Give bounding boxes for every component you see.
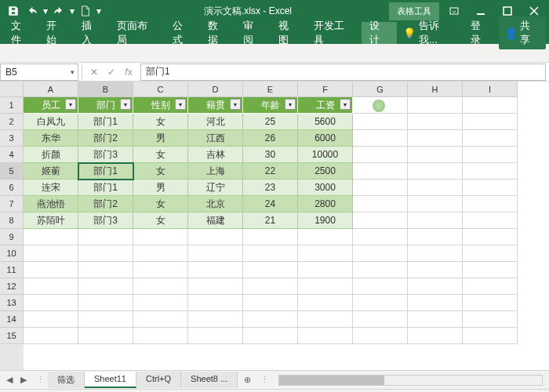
add-sheet-button[interactable]: ⊕	[238, 375, 257, 385]
cell-D7[interactable]: 北京	[188, 196, 243, 212]
cell-A5[interactable]: 姬蘅	[24, 163, 78, 180]
undo-button[interactable]	[24, 2, 41, 20]
cell-H6[interactable]	[408, 180, 463, 196]
row-header-7[interactable]: 7	[0, 196, 24, 212]
row-header-14[interactable]: 14	[0, 311, 24, 328]
cell-B6[interactable]: 部门1	[78, 180, 133, 196]
cell-C6[interactable]: 男	[133, 180, 188, 196]
cell-F4[interactable]: 10000	[298, 147, 353, 163]
cell-C2[interactable]: 女	[133, 114, 188, 130]
qat-customize[interactable]: ▾	[96, 2, 102, 20]
cell-D13[interactable]	[188, 295, 243, 311]
cell-I14[interactable]	[463, 311, 518, 328]
cell-C12[interactable]	[133, 278, 188, 295]
col-header-D[interactable]: D	[188, 82, 243, 97]
cell-E5[interactable]: 22	[243, 163, 298, 180]
tab-视图[interactable]: 视图	[271, 22, 306, 44]
cell-G14[interactable]	[353, 311, 408, 328]
row-header-13[interactable]: 13	[0, 295, 24, 311]
cell-F10[interactable]	[298, 245, 353, 262]
cell-B8[interactable]: 部门3	[78, 212, 133, 229]
cell-C7[interactable]: 女	[133, 196, 188, 212]
cell-E8[interactable]: 21	[243, 212, 298, 229]
share-button[interactable]: 👤共享	[499, 16, 546, 49]
cell-G10[interactable]	[353, 245, 408, 262]
cell-A13[interactable]	[24, 295, 78, 311]
cell-C11[interactable]	[133, 262, 188, 278]
cell-A8[interactable]: 苏陌叶	[24, 212, 78, 229]
cell-F1[interactable]: 工资▼	[298, 97, 353, 114]
cell-B3[interactable]: 部门2	[78, 130, 133, 147]
cell-F7[interactable]: 2800	[298, 196, 353, 212]
cell-C13[interactable]	[133, 295, 188, 311]
cell-A9[interactable]	[24, 229, 78, 245]
cell-B14[interactable]	[78, 311, 133, 328]
cell-I6[interactable]	[463, 180, 518, 196]
filter-button-性别[interactable]: ▼	[175, 99, 186, 110]
cell-G4[interactable]	[353, 147, 408, 163]
name-box[interactable]: B5	[0, 64, 78, 81]
cell-C1[interactable]: 性别▼	[133, 97, 188, 114]
filter-button-部门[interactable]: ▼	[120, 99, 131, 110]
cell-G8[interactable]	[353, 212, 408, 229]
tab-插入[interactable]: 插入	[74, 22, 109, 44]
cell-I5[interactable]	[463, 163, 518, 180]
cell-C4[interactable]: 女	[133, 147, 188, 163]
cell-I4[interactable]	[463, 147, 518, 163]
cell-I10[interactable]	[463, 245, 518, 262]
login-button[interactable]: 登录	[463, 22, 498, 44]
cell-C10[interactable]	[133, 245, 188, 262]
cell-D10[interactable]	[188, 245, 243, 262]
cell-A14[interactable]	[24, 311, 78, 328]
tab-页面布局[interactable]: 页面布局	[109, 22, 164, 44]
row-header-4[interactable]: 4	[0, 147, 24, 163]
cell-H10[interactable]	[408, 245, 463, 262]
cell-H11[interactable]	[408, 262, 463, 278]
tell-me[interactable]: 💡 告诉我...	[397, 19, 463, 47]
cell-I3[interactable]	[463, 130, 518, 147]
cell-B5[interactable]: 部门1	[78, 163, 133, 180]
cell-G7[interactable]	[353, 196, 408, 212]
cell-F15[interactable]	[298, 328, 353, 344]
cell-D4[interactable]: 吉林	[188, 147, 243, 163]
cell-H1[interactable]	[408, 97, 463, 114]
cell-H2[interactable]	[408, 114, 463, 130]
filter-button-年龄[interactable]: ▼	[285, 99, 296, 110]
cell-H8[interactable]	[408, 212, 463, 229]
cell-B2[interactable]: 部门1	[78, 114, 133, 130]
cell-A15[interactable]	[24, 328, 78, 344]
cell-G6[interactable]	[353, 180, 408, 196]
cell-B11[interactable]	[78, 262, 133, 278]
cell-H9[interactable]	[408, 229, 463, 245]
cell-F6[interactable]: 3000	[298, 180, 353, 196]
cell-H12[interactable]	[408, 278, 463, 295]
cell-C3[interactable]: 男	[133, 130, 188, 147]
sheet-tab-Sheet11[interactable]: Sheet11	[85, 372, 136, 388]
cell-F13[interactable]	[298, 295, 353, 311]
cell-A7[interactable]: 燕池悟	[24, 196, 78, 212]
cell-E14[interactable]	[243, 311, 298, 328]
cell-E15[interactable]	[243, 328, 298, 344]
row-header-3[interactable]: 3	[0, 130, 24, 147]
cell-A2[interactable]: 白凤九	[24, 114, 78, 130]
col-header-E[interactable]: E	[243, 82, 298, 97]
cell-G12[interactable]	[353, 278, 408, 295]
cell-A12[interactable]	[24, 278, 78, 295]
cell-F8[interactable]: 1900	[298, 212, 353, 229]
cell-D9[interactable]	[188, 229, 243, 245]
col-header-C[interactable]: C	[133, 82, 188, 97]
cell-F5[interactable]: 2500	[298, 163, 353, 180]
cell-F11[interactable]	[298, 262, 353, 278]
tab-开发工具[interactable]: 开发工具	[306, 22, 361, 44]
cell-I11[interactable]	[463, 262, 518, 278]
accept-formula-button[interactable]: ✓	[103, 64, 120, 81]
new-file-button[interactable]	[77, 2, 94, 20]
row-header-2[interactable]: 2	[0, 114, 24, 130]
tab-设计[interactable]: 设计	[362, 22, 397, 44]
cell-E11[interactable]	[243, 262, 298, 278]
row-header-5[interactable]: 5	[0, 163, 24, 180]
cell-E1[interactable]: 年龄▼	[243, 97, 298, 114]
col-header-G[interactable]: G	[353, 82, 408, 97]
cell-F12[interactable]	[298, 278, 353, 295]
cell-E7[interactable]: 24	[243, 196, 298, 212]
